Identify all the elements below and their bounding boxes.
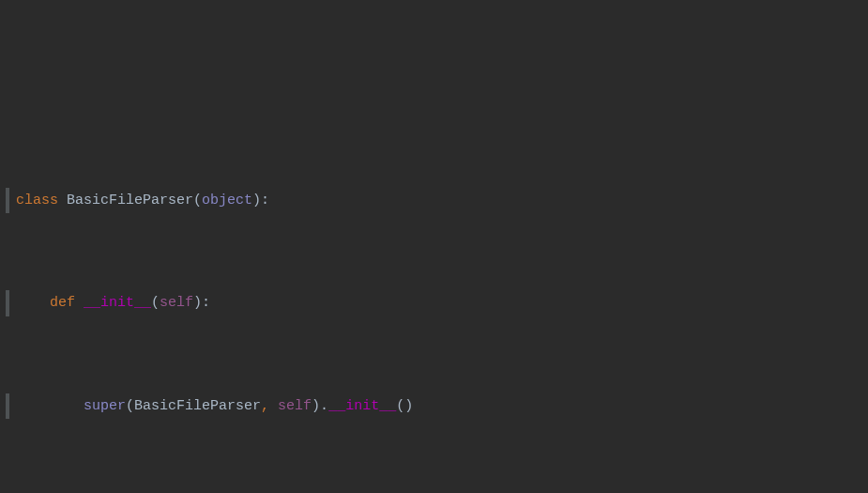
class-name: BasicFileParser [67,188,193,213]
code-line[interactable]: super(BasicFileParser, self).__init__() [8,393,868,419]
keyword-class: class [16,188,58,213]
code-line[interactable]: class BasicFileParser(object): [8,188,868,213]
method-init: __init__ [84,290,151,316]
param-self: self [160,290,193,316]
code-line[interactable]: def __init__(self): [8,290,868,316]
param-self: self [278,393,312,419]
keyword-def: def [50,290,75,316]
code-editor[interactable]: class BasicFileParser(object): def __ini… [0,103,868,493]
method-init: __init__ [328,393,396,419]
builtin-super: super [84,393,126,419]
builtin-object: object [202,188,252,213]
